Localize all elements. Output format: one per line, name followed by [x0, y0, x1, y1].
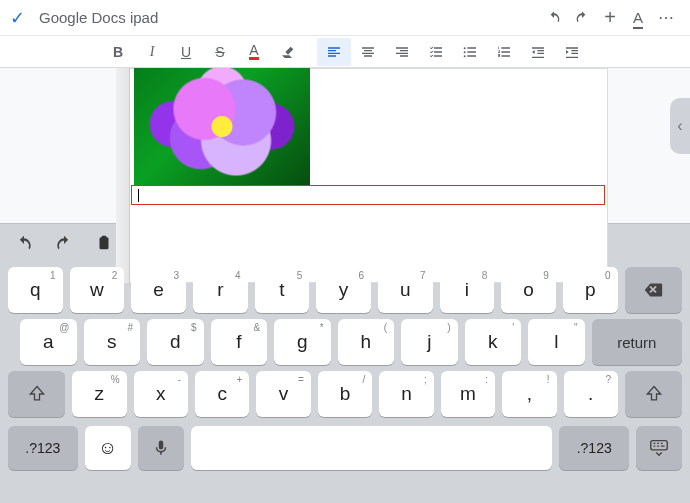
highlight-button[interactable] [271, 38, 305, 66]
key-emoji[interactable]: ☺ [85, 426, 131, 470]
kbd-undo-icon[interactable] [10, 230, 38, 258]
align-right-button[interactable] [385, 38, 419, 66]
numbered-list-button[interactable] [487, 38, 521, 66]
kbd-clipboard-icon[interactable] [90, 230, 118, 258]
key-d[interactable]: $d [147, 319, 204, 365]
key-o[interactable]: 9o [501, 267, 556, 313]
key-k[interactable]: 'k [465, 319, 522, 365]
key-g[interactable]: *g [274, 319, 331, 365]
app-header: ✓ Google Docs ipad + A ⋯ [0, 0, 690, 36]
align-center-button[interactable] [351, 38, 385, 66]
key-q[interactable]: 1q [8, 267, 63, 313]
key-a[interactable]: @a [20, 319, 77, 365]
key-i[interactable]: 8i [440, 267, 495, 313]
checklist-button[interactable] [419, 38, 453, 66]
add-icon[interactable]: + [596, 6, 624, 29]
bulleted-list-button[interactable] [453, 38, 487, 66]
vertical-ruler [116, 68, 130, 283]
key-u[interactable]: 7u [378, 267, 433, 313]
text-color-button[interactable]: A [237, 38, 271, 66]
indent-increase-button[interactable] [555, 38, 589, 66]
align-left-button[interactable] [317, 38, 351, 66]
key-e[interactable]: 3e [131, 267, 186, 313]
key-numtoggle-right[interactable]: .?123 [559, 426, 629, 470]
key-h[interactable]: (h [338, 319, 395, 365]
key-p[interactable]: 0p [563, 267, 618, 313]
keyboard-row-bottom: .?123 ☺ .?123 [0, 420, 690, 478]
key-s[interactable]: #s [84, 319, 141, 365]
key-dictation[interactable] [138, 426, 184, 470]
key-numtoggle-left[interactable]: .?123 [8, 426, 78, 470]
svg-rect-0 [100, 237, 109, 249]
key-b[interactable]: /b [318, 371, 372, 417]
confirm-check-icon[interactable]: ✓ [10, 7, 25, 29]
format-toolbar: B I U S A [0, 36, 690, 68]
key-dismiss-keyboard[interactable] [636, 426, 682, 470]
key-return[interactable]: return [592, 319, 682, 365]
italic-button[interactable]: I [135, 38, 169, 66]
document-title[interactable]: Google Docs ipad [39, 9, 540, 26]
svg-rect-1 [102, 236, 107, 239]
key-sym[interactable]: ?. [564, 371, 618, 417]
strikethrough-button[interactable]: S [203, 38, 237, 66]
inserted-image[interactable] [134, 68, 310, 185]
undo-icon[interactable] [540, 10, 568, 26]
key-l[interactable]: "l [528, 319, 585, 365]
more-icon[interactable]: ⋯ [652, 8, 680, 27]
text-format-icon[interactable]: A [624, 9, 652, 27]
redo-icon[interactable] [568, 10, 596, 26]
key-z[interactable]: %z [72, 371, 126, 417]
key-shift-right[interactable] [625, 371, 682, 417]
text-cursor-line[interactable] [131, 185, 605, 205]
key-m[interactable]: :m [441, 371, 495, 417]
key-v[interactable]: =v [256, 371, 310, 417]
key-f[interactable]: &f [211, 319, 268, 365]
key-j[interactable]: )j [401, 319, 458, 365]
side-panel-handle[interactable]: ‹ [670, 98, 690, 154]
key-n[interactable]: ;n [379, 371, 433, 417]
keyboard-row-3: %z-x+c=v/b;n:m!,?. [0, 368, 690, 420]
key-y[interactable]: 6y [316, 267, 371, 313]
indent-decrease-button[interactable] [521, 38, 555, 66]
key-shift-left[interactable] [8, 371, 65, 417]
kbd-redo-icon[interactable] [50, 230, 78, 258]
underline-button[interactable]: U [169, 38, 203, 66]
key-c[interactable]: +c [195, 371, 249, 417]
key-r[interactable]: 4r [193, 267, 248, 313]
keyboard-row-2: @a#s$d&f*g(h)j'k"lreturn [0, 316, 690, 368]
key-t[interactable]: 5t [255, 267, 310, 313]
key-w[interactable]: 2w [70, 267, 125, 313]
keyboard-row-1: 1q2w3e4r5t6y7u8i9o0p [0, 264, 690, 316]
key-backspace[interactable] [625, 267, 682, 313]
key-space[interactable] [191, 426, 553, 470]
bold-button[interactable]: B [101, 38, 135, 66]
key-sym[interactable]: !, [502, 371, 556, 417]
svg-rect-2 [651, 441, 668, 450]
key-x[interactable]: -x [134, 371, 188, 417]
document-canvas[interactable]: ‹ [0, 68, 690, 223]
